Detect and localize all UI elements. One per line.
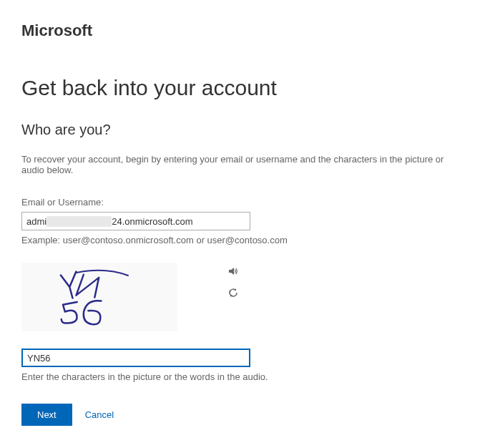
page-subtitle: Who are you? [21, 122, 459, 138]
email-example: Example: user@contoso.onmicrosoft.com or… [21, 235, 459, 245]
captcha-image [21, 263, 177, 331]
cancel-link[interactable]: Cancel [85, 409, 114, 420]
page-title: Get back into your account [21, 76, 459, 100]
email-value-suffix: 24.onmicrosoft.com [112, 216, 192, 227]
email-input[interactable]: admixxxxxxxxxxxxxx24.onmicrosoft.com [21, 212, 250, 230]
audio-icon[interactable] [227, 266, 239, 277]
email-label: Email or Username: [21, 197, 459, 208]
email-redacted: xxxxxxxxxxxxxx [46, 216, 112, 227]
email-value-prefix: admi [26, 216, 46, 227]
captcha-input[interactable] [21, 349, 250, 367]
next-button[interactable]: Next [21, 404, 72, 426]
refresh-icon[interactable] [227, 287, 239, 298]
captcha-help: Enter the characters in the picture or t… [21, 371, 459, 382]
instructions-text: To recover your account, begin by enteri… [21, 154, 459, 175]
brand-logo: Microsoft [21, 21, 459, 40]
